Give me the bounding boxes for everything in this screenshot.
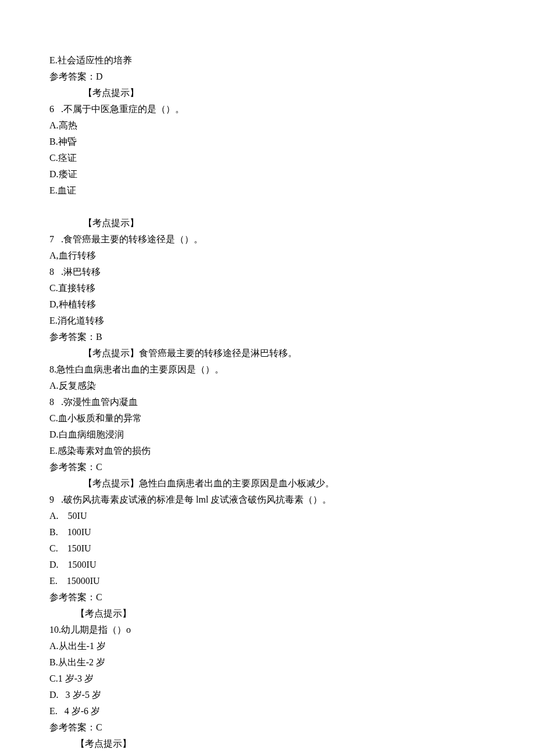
option-c-text: C.血小板质和量的异常	[49, 410, 486, 427]
question-10: 10.幼儿期是指（）o	[49, 622, 486, 638]
option-a-text: A.反复感染	[49, 378, 486, 394]
option-d-text: D.痿证	[49, 166, 486, 182]
hint-label: 【考点提示】	[49, 736, 486, 752]
hint-label: 【考点提示】	[49, 215, 486, 231]
option-d-text: D,种植转移	[49, 296, 486, 313]
option-e-text: E.消化道转移	[49, 313, 486, 329]
answer-text: 参考答案：C	[49, 589, 486, 605]
document-page: E.社会适应性的培养 参考答案：D 【考点提示】 6 .不属于中医急重症的是（）…	[0, 0, 535, 756]
answer-text: 参考答案：C	[49, 719, 486, 736]
option-b-text: 8 .弥漫性血管内凝血	[49, 394, 486, 410]
option-d-text: D. 3 岁-5 岁	[49, 687, 486, 703]
hint-label: 【考点提示】	[49, 605, 486, 622]
option-c-text: C.1 岁-3 岁	[49, 671, 486, 687]
hint-text: 【考点提示】食管癌最主要的转移途径是淋巴转移。	[49, 345, 486, 361]
blank-line	[49, 199, 486, 215]
option-d-text: D. 1500IU	[49, 557, 486, 573]
option-c-text: C. 150IU	[49, 540, 486, 557]
answer-text: 参考答案：B	[49, 329, 486, 345]
hint-label: 【考点提示】	[49, 85, 486, 101]
answer-text: 参考答案：C	[49, 459, 486, 475]
option-a-text: A,血行转移	[49, 248, 486, 264]
option-c-text: C.直接转移	[49, 280, 486, 296]
option-e-text: E.感染毒素对血管的损伤	[49, 443, 486, 459]
question-7: 7 .食管癌最主要的转移途径是（）。	[49, 231, 486, 248]
option-b-text: 8 .淋巴转移	[49, 264, 486, 280]
option-e-text: E.血证	[49, 182, 486, 199]
option-a-text: A.从出生-1 岁	[49, 638, 486, 654]
question-6: 6 .不属于中医急重症的是（）。	[49, 101, 486, 117]
option-b-text: B. 100IU	[49, 524, 486, 540]
question-8: 8.急性白血病患者出血的主要原因是（）。	[49, 361, 486, 378]
answer-text: 参考答案：D	[49, 69, 486, 85]
question-9: 9 .破伤风抗毒素皮试液的标准是每 lml 皮试液含破伤风抗毒素（）。	[49, 492, 486, 508]
option-e-text: E. 4 岁-6 岁	[49, 703, 486, 719]
option-c-text: C.痉证	[49, 150, 486, 166]
option-b-text: B.从出生-2 岁	[49, 654, 486, 671]
option-e-text: E. 15000IU	[49, 573, 486, 589]
option-a-text: A. 50IU	[49, 508, 486, 524]
option-e-text: E.社会适应性的培养	[49, 52, 486, 69]
option-b-text: B.神昏	[49, 134, 486, 150]
option-d-text: D.白血病细胞浸润	[49, 427, 486, 443]
option-a-text: A.高热	[49, 117, 486, 134]
hint-text: 【考点提示】急性白血病患者出血的主要原因是血小板减少。	[49, 475, 486, 492]
